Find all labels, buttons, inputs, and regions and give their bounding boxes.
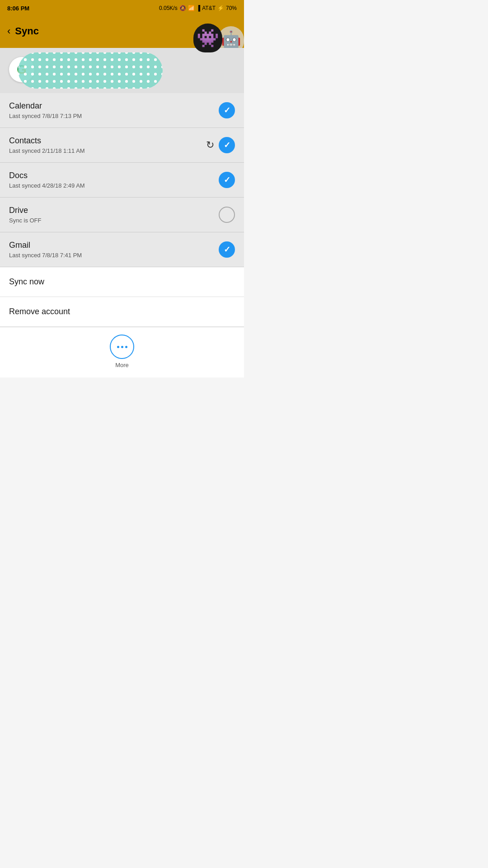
charging-icon: ⚡ — [217, 5, 224, 11]
decorative-characters — [172, 12, 244, 52]
sync-item-gmail-info: Gmail Last synced 7/8/18 7:41 PM — [9, 241, 219, 259]
sync-item-calendar-info: Calendar Last synced 7/8/18 7:13 PM — [9, 101, 219, 119]
sync-item-contacts[interactable]: Contacts Last synced 2/11/18 1:11 AM ↻ — [0, 128, 244, 163]
battery-label: 70% — [226, 5, 237, 11]
sync-item-gmail-name: Gmail — [9, 241, 219, 250]
page-title: Sync — [15, 25, 39, 37]
dot-2 — [121, 346, 123, 348]
sync-list: Calendar Last synced 7/8/18 7:13 PM Cont… — [0, 93, 244, 267]
sync-item-docs-status: Last synced 4/28/18 2:49 AM — [9, 182, 219, 189]
sync-item-contacts-controls: ↻ — [206, 137, 235, 153]
sync-item-calendar[interactable]: Calendar Last synced 7/8/18 7:13 PM — [0, 93, 244, 128]
sync-toggle-calendar[interactable] — [219, 102, 235, 118]
sync-item-gmail[interactable]: Gmail Last synced 7/8/18 7:41 PM — [0, 232, 244, 267]
header-left: ‹ Sync — [7, 25, 39, 37]
status-right: 0.05K/s 🔕 📶 ▐ AT&T ⚡ 70% — [159, 5, 237, 11]
action-section: Sync now Remove account — [0, 267, 244, 327]
sync-item-drive-status: Sync is OFF — [9, 217, 219, 224]
sync-toggle-drive[interactable] — [219, 207, 235, 223]
mute-icon: 🔕 — [179, 5, 186, 11]
sync-item-docs-controls — [219, 172, 235, 188]
sync-item-contacts-info: Contacts Last synced 2/11/18 1:11 AM — [9, 136, 206, 154]
more-dots-icon — [117, 346, 127, 348]
character-black — [193, 24, 222, 52]
carrier-label: AT&T — [202, 5, 216, 11]
signal-icon: ▐ — [197, 5, 201, 11]
sync-refresh-icon: ↻ — [206, 139, 214, 151]
dot-1 — [117, 346, 119, 348]
sync-item-gmail-status: Last synced 7/8/18 7:41 PM — [9, 252, 219, 259]
bottom-bar: More — [0, 327, 244, 377]
wifi-icon: 📶 — [188, 5, 195, 11]
sync-item-drive-info: Drive Sync is OFF — [9, 206, 219, 224]
sync-item-drive-controls — [219, 207, 235, 223]
sync-item-calendar-controls — [219, 102, 235, 118]
network-speed: 0.05K/s — [159, 5, 178, 11]
sync-item-calendar-name: Calendar — [9, 101, 219, 111]
sync-now-button[interactable]: Sync now — [0, 267, 244, 297]
sync-item-docs[interactable]: Docs Last synced 4/28/18 2:49 AM — [0, 163, 244, 198]
sync-toggle-docs[interactable] — [219, 172, 235, 188]
polka-dot-decoration — [18, 52, 163, 89]
sync-item-contacts-name: Contacts — [9, 136, 206, 146]
sync-item-calendar-status: Last synced 7/8/18 7:13 PM — [9, 113, 219, 119]
sync-toggle-contacts[interactable] — [219, 137, 235, 153]
sync-item-docs-name: Docs — [9, 171, 219, 180]
sync-item-drive[interactable]: Drive Sync is OFF — [0, 198, 244, 232]
sync-item-drive-name: Drive — [9, 206, 219, 215]
more-label: More — [115, 362, 129, 368]
header: ‹ Sync — [0, 16, 244, 48]
sync-item-contacts-status: Last synced 2/11/18 1:11 AM — [9, 147, 206, 154]
back-button[interactable]: ‹ — [7, 26, 10, 36]
sync-toggle-gmail[interactable] — [219, 241, 235, 258]
sync-item-docs-info: Docs Last synced 4/28/18 2:49 AM — [9, 171, 219, 189]
account-header: G — [0, 48, 244, 93]
more-button[interactable] — [110, 335, 134, 359]
sync-item-gmail-controls — [219, 241, 235, 258]
dot-3 — [125, 346, 127, 348]
status-time: 8:06 PM — [7, 5, 29, 12]
remove-account-button[interactable]: Remove account — [0, 297, 244, 327]
